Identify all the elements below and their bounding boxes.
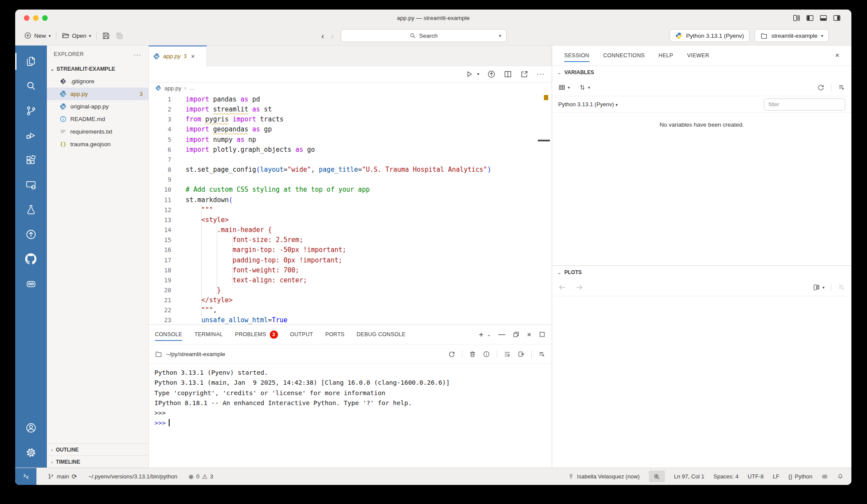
toggle-panel-icon[interactable] xyxy=(819,14,828,22)
panel-tab-console[interactable]: CONSOLE xyxy=(155,325,182,344)
toggle-secondary-sidebar-icon[interactable] xyxy=(833,14,841,22)
clear-variables-icon[interactable] xyxy=(838,84,845,91)
minimize-panel-icon[interactable]: — xyxy=(498,331,505,338)
navigate-back-icon[interactable]: ‹ xyxy=(321,32,324,40)
console-output[interactable]: Python 3.13.1 (Pyenv) started.Python 3.1… xyxy=(149,364,552,468)
file-item-trauma.geojson[interactable]: {}trauma.geojson xyxy=(47,138,148,151)
new-console-icon[interactable]: + xyxy=(479,331,484,339)
tab-close-icon[interactable]: × xyxy=(191,52,195,60)
activity-console-icon[interactable] xyxy=(15,173,47,197)
more-actions-icon[interactable]: ··· xyxy=(537,70,545,78)
problems-status[interactable]: ⊗ 0 ⚠ 3 xyxy=(189,473,213,480)
code-line[interactable]: 21 </style> xyxy=(149,295,552,305)
explorer-more-actions-icon[interactable]: ··· xyxy=(134,51,141,58)
split-editor-icon[interactable] xyxy=(504,70,512,79)
word-wrap-icon[interactable] xyxy=(504,350,511,358)
notifications-bell-icon[interactable] xyxy=(837,473,844,480)
next-plot-icon[interactable] xyxy=(575,283,583,291)
move-console-icon[interactable] xyxy=(517,350,525,358)
runtime-selector[interactable]: Python 3.13.1 (Pyenv) ▾ xyxy=(558,101,618,108)
close-window-button[interactable] xyxy=(24,15,29,21)
run-file-icon[interactable] xyxy=(465,70,474,79)
session-tab-help[interactable]: HELP xyxy=(658,46,673,65)
code-line[interactable]: 14 .main-header { xyxy=(149,225,552,235)
variables-filter-input[interactable] xyxy=(764,98,845,111)
tab-app-py[interactable]: app.py 3 × xyxy=(149,46,207,66)
trash-console-icon[interactable] xyxy=(469,350,476,358)
variables-sort-icon[interactable]: ▾ xyxy=(579,84,590,91)
activity-testing-icon[interactable] xyxy=(15,197,47,222)
new-dropdown-icon[interactable]: ▾ xyxy=(49,33,51,38)
search-dropdown-icon[interactable]: ▾ xyxy=(499,33,501,39)
file-item-app.py[interactable]: app.py3 xyxy=(47,88,148,100)
open-in-new-window-icon[interactable] xyxy=(520,70,529,79)
panel-tab-debug-console[interactable]: DEBUG CONSOLE xyxy=(357,325,406,344)
code-line[interactable]: 22 """, xyxy=(149,305,552,315)
code-line[interactable]: 19 text-align: center; xyxy=(149,275,552,285)
toggle-primary-sidebar-icon[interactable] xyxy=(806,14,814,22)
code-line[interactable]: 1import pandas as pd xyxy=(149,95,552,105)
panel-tab-terminal[interactable]: TERMINAL xyxy=(194,325,223,344)
code-line[interactable]: 7 xyxy=(149,155,552,165)
activity-account-icon[interactable] xyxy=(15,416,47,440)
interpreter-path-status[interactable]: ~/.pyenv/versions/3.13.1/bin/python xyxy=(88,473,177,480)
code-editor[interactable]: 1import pandas as pd2import streamlit as… xyxy=(149,94,552,324)
cursor-position-status[interactable]: Ln 97, Col 1 xyxy=(674,473,704,480)
new-console-dropdown-icon[interactable]: ⌄ xyxy=(487,332,491,337)
activity-settings-icon[interactable] xyxy=(15,440,47,465)
code-line[interactable]: 16 margin-top: -50px !important; xyxy=(149,245,552,255)
navigate-forward-icon[interactable]: › xyxy=(331,32,334,40)
assistant-status-icon[interactable] xyxy=(821,473,828,480)
clear-console-icon[interactable] xyxy=(538,350,546,358)
close-panel-icon[interactable]: × xyxy=(527,331,531,338)
breadcrumb[interactable]: app.py › … xyxy=(149,82,552,94)
minimize-window-button[interactable] xyxy=(33,15,39,21)
workspace-root-folder[interactable]: ⌄ STREAMLIT-EXAMPLE xyxy=(47,63,148,75)
code-line[interactable]: 11st.markdown( xyxy=(149,195,552,205)
activity-explorer-icon[interactable] xyxy=(15,49,47,74)
previous-plot-icon[interactable] xyxy=(558,283,566,291)
search-input[interactable]: Search ▾ xyxy=(341,29,507,42)
panel-tab-ports[interactable]: PORTS xyxy=(325,325,344,344)
code-line[interactable]: 2import streamlit as st xyxy=(149,105,552,115)
code-line[interactable]: 3from pygris import tracts xyxy=(149,115,552,124)
console-info-icon[interactable] xyxy=(483,350,490,358)
restart-console-icon[interactable] xyxy=(448,350,455,358)
session-tab-session[interactable]: SESSION xyxy=(564,46,589,65)
code-line[interactable]: 12 """ xyxy=(149,205,552,215)
activity-extensions-icon[interactable] xyxy=(15,148,47,173)
variables-section-header[interactable]: ⌄ VARIABLES xyxy=(552,66,851,79)
timeline-section[interactable]: ›TIMELINE xyxy=(47,455,148,468)
activity-search-icon[interactable] xyxy=(15,74,47,98)
panel-tab-output[interactable]: OUTPUT xyxy=(290,325,313,344)
language-mode-status[interactable]: {} Python xyxy=(788,473,812,480)
code-line[interactable]: 17 padding-top: 0px !important; xyxy=(149,255,552,265)
activity-run-debug-icon[interactable] xyxy=(15,123,47,148)
eol-status[interactable]: LF xyxy=(773,473,779,480)
zoom-window-button[interactable] xyxy=(42,15,48,21)
file-item-requirements.txt[interactable]: requirements.txt xyxy=(47,125,148,138)
file-item-README.md[interactable]: README.md xyxy=(47,113,148,125)
activity-assistant-icon[interactable] xyxy=(15,272,47,296)
open-dropdown-icon[interactable]: ▾ xyxy=(89,33,91,38)
code-line[interactable]: 9 xyxy=(149,175,552,185)
code-line[interactable]: 5import numpy as np xyxy=(149,135,552,145)
console-working-directory[interactable]: ~/py/streamlit-example xyxy=(155,350,225,358)
git-branch-status[interactable]: main ⟳ xyxy=(48,473,77,480)
restore-panel-icon[interactable] xyxy=(513,331,520,338)
console-prompt-line[interactable]: >>> xyxy=(154,418,552,428)
code-line[interactable]: 23 unsafe_allow_html=True xyxy=(149,315,552,324)
close-session-panel-icon[interactable]: × xyxy=(835,52,839,59)
code-line[interactable]: 15 font-size: 2.5rem; xyxy=(149,235,552,245)
save-icon[interactable] xyxy=(102,32,110,40)
file-item-.gitignore[interactable]: .gitignore xyxy=(47,75,148,88)
code-line[interactable]: 4import geopandas as gp xyxy=(149,124,552,134)
code-line[interactable]: 13 <style> xyxy=(149,215,552,225)
panel-tab-problems[interactable]: PROBLEMS3 xyxy=(235,325,278,344)
indentation-status[interactable]: Spaces: 4 xyxy=(713,473,739,480)
variables-view-mode-icon[interactable]: ▾ xyxy=(558,84,570,91)
open-button[interactable]: Open▾ xyxy=(62,32,91,39)
customize-layout-icon[interactable] xyxy=(792,14,801,22)
save-all-icon[interactable] xyxy=(115,32,124,40)
code-line[interactable]: 18 font-weight: 700; xyxy=(149,265,552,275)
